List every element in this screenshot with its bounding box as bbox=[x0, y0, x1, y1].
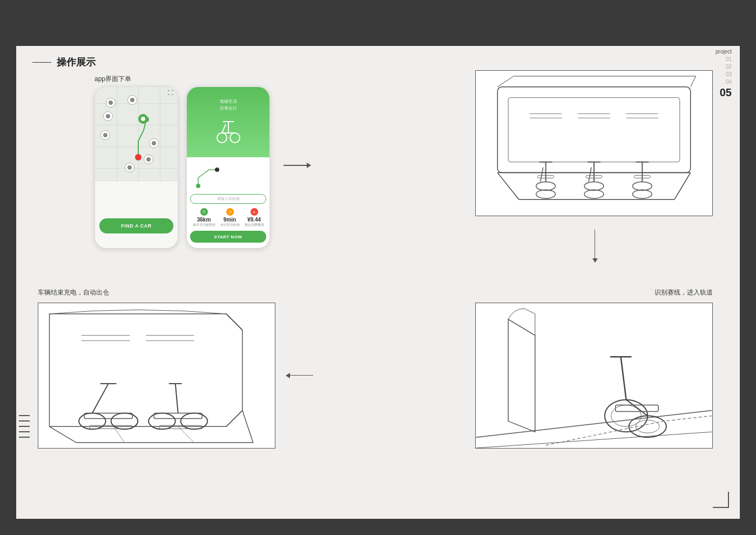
charging-dock-svg bbox=[38, 303, 275, 448]
dock-station-sketch bbox=[475, 70, 713, 216]
phone-1-bottom: FIND A CAR bbox=[95, 182, 178, 238]
phone-screen-2: 低碳生活 共享出行 bbox=[186, 86, 270, 249]
svg-point-21 bbox=[584, 182, 604, 190]
scooter-track-sketch bbox=[475, 303, 713, 449]
svg-line-46 bbox=[621, 357, 626, 399]
left-sidebar-decoration bbox=[16, 415, 30, 438]
nav-nums: 01 02 03 04 05 bbox=[716, 56, 732, 99]
arrow-right-phones bbox=[284, 165, 310, 166]
stats-row: ⊙ 36km 单车可行驶里程 ◷ 9min 步行至目的地 ¥ ¥9.44 预估消… bbox=[190, 208, 266, 228]
svg-point-2 bbox=[217, 133, 227, 143]
price-icon: ¥ bbox=[251, 208, 258, 216]
project-nav: project 01 02 03 04 05 bbox=[716, 49, 732, 99]
arrow-down bbox=[595, 230, 596, 262]
map-background: ⛶ bbox=[95, 87, 178, 182]
corner-bracket bbox=[713, 492, 729, 508]
svg-line-25 bbox=[589, 168, 591, 182]
price-val: ¥9.44 bbox=[245, 217, 264, 223]
svg-line-20 bbox=[541, 168, 543, 182]
nav-num-02[interactable]: 02 bbox=[726, 63, 732, 71]
price-label: 预估消费费用 bbox=[245, 223, 264, 228]
project-label: project bbox=[716, 49, 732, 55]
stat-price: ¥ ¥9.44 预估消费费用 bbox=[245, 208, 264, 228]
sidebar-line-4 bbox=[19, 431, 30, 432]
nav-num-01[interactable]: 01 bbox=[726, 56, 732, 63]
svg-rect-10 bbox=[497, 87, 690, 173]
svg-point-22 bbox=[584, 190, 604, 198]
scooter-dot-4 bbox=[100, 130, 110, 140]
dock-station-svg bbox=[476, 71, 712, 216]
enter-track-label: 识别赛线，进入轨道 bbox=[654, 288, 713, 297]
svg-point-1 bbox=[135, 154, 141, 160]
scooter-dot-8 bbox=[125, 163, 134, 172]
svg-point-49 bbox=[636, 420, 659, 433]
arrow-left bbox=[286, 375, 313, 376]
svg-line-7 bbox=[222, 124, 226, 133]
start-now-button[interactable]: START NOW bbox=[190, 231, 266, 243]
scooter-dot-6 bbox=[149, 138, 159, 148]
svg-rect-11 bbox=[508, 98, 680, 162]
svg-line-42 bbox=[476, 411, 712, 438]
phone2-tagline: 低碳生活 共享出行 bbox=[220, 98, 237, 112]
time-icon: ◷ bbox=[226, 208, 234, 216]
scooter-dot-5 bbox=[138, 114, 148, 124]
svg-point-3 bbox=[230, 133, 240, 143]
title-line-decoration bbox=[32, 62, 51, 63]
time-label: 步行至目的地 bbox=[220, 223, 240, 228]
svg-point-27 bbox=[632, 190, 652, 198]
scooter-dot-2 bbox=[127, 95, 137, 105]
svg-point-8 bbox=[196, 184, 200, 188]
distance-icon: ⊙ bbox=[200, 208, 208, 216]
phone2-body: 请输入目的地 ⊙ 36km 单车可行驶里程 ◷ 9min 步行至目的地 bbox=[187, 157, 269, 247]
svg-point-17 bbox=[536, 190, 556, 198]
nav-num-04[interactable]: 04 bbox=[726, 78, 732, 86]
svg-rect-66 bbox=[90, 425, 132, 429]
scooter-illustration bbox=[212, 113, 245, 146]
phone-screen-1: ⛶ FIND A CAR bbox=[94, 86, 178, 249]
input-placeholder: 请输入目的地 bbox=[217, 196, 240, 202]
phone2-header: 低碳生活 共享出行 bbox=[187, 87, 269, 157]
stat-time: ◷ 9min 步行至目的地 bbox=[220, 208, 240, 228]
svg-line-43 bbox=[476, 432, 712, 448]
sidebar-line-2 bbox=[19, 420, 30, 422]
charging-dock-sketch bbox=[38, 303, 275, 449]
svg-line-63 bbox=[176, 384, 178, 413]
route-mini-svg bbox=[190, 162, 266, 191]
svg-line-13 bbox=[497, 173, 519, 200]
svg-rect-65 bbox=[154, 413, 202, 418]
find-car-button[interactable]: FIND A CAR bbox=[99, 218, 173, 233]
sidebar-line-3 bbox=[19, 426, 30, 427]
svg-point-16 bbox=[536, 182, 556, 190]
scooter-dot-1 bbox=[106, 98, 116, 108]
sidebar-line-5 bbox=[19, 437, 30, 438]
svg-line-39 bbox=[497, 76, 514, 87]
scooter-dot-7 bbox=[144, 155, 153, 164]
phone-1: ⛶ FIND A CAR bbox=[94, 86, 178, 249]
svg-rect-60 bbox=[84, 413, 132, 418]
svg-line-52 bbox=[226, 314, 242, 330]
distance-val: 36km bbox=[193, 217, 215, 223]
nav-num-05-active[interactable]: 05 bbox=[720, 86, 732, 99]
svg-point-26 bbox=[632, 182, 652, 190]
app-section-label: app界面下单 bbox=[94, 75, 131, 84]
svg-line-58 bbox=[92, 384, 109, 413]
scooter-track-svg bbox=[476, 303, 712, 448]
expand-icon[interactable]: ⛶ bbox=[168, 90, 173, 96]
top-bar bbox=[16, 16, 740, 46]
stat-distance: ⊙ 36km 单车可行驶里程 bbox=[193, 208, 215, 228]
arrow-line-horizontal bbox=[284, 165, 310, 166]
distance-label: 单车可行驶里程 bbox=[193, 223, 215, 228]
svg-line-14 bbox=[674, 173, 691, 200]
page-title-area: 操作展示 bbox=[32, 46, 96, 69]
scooter-dot-3 bbox=[103, 111, 113, 121]
svg-line-40 bbox=[691, 76, 696, 87]
nav-num-03[interactable]: 03 bbox=[726, 71, 732, 78]
sidebar-line-1 bbox=[19, 415, 30, 416]
destination-input[interactable]: 请输入目的地 bbox=[190, 194, 266, 204]
time-val: 9min bbox=[220, 217, 240, 223]
route-mini-map bbox=[190, 162, 266, 191]
arrow-down-line bbox=[595, 230, 596, 262]
phone-2: 低碳生活 共享出行 bbox=[186, 86, 270, 249]
main-container: 操作展示 project 01 02 03 04 05 app界面下单 bbox=[16, 16, 740, 519]
svg-rect-67 bbox=[159, 425, 202, 429]
